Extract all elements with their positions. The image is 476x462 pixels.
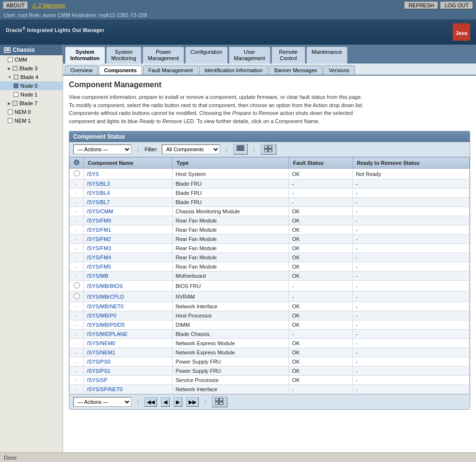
subtab-fault-management[interactable]: Fault Management [143,65,198,75]
component-name-cell[interactable]: /SYS/MIDPLANE [84,330,173,339]
component-fault-cell: - [289,198,353,207]
tab-power-management[interactable]: Power Management [143,47,184,64]
svg-text:Java: Java [456,30,468,36]
component-name-cell[interactable]: /SYS/FM3 [84,244,173,253]
component-name-link[interactable]: /SYS [87,171,99,177]
component-name-cell[interactable]: /SYS [84,169,173,179]
component-name-link[interactable]: /SYS/NEM0 [87,340,115,346]
sidebar-item-blade3[interactable]: ▶ Blade 3 [0,64,63,73]
component-name-link[interactable]: /SYS/SP [87,377,108,383]
radio-cell[interactable] [70,291,84,302]
component-name-link[interactable]: /SYS/MB/P0 [87,313,116,319]
sidebar-item-blade4[interactable]: ▼ Blade 4 [0,73,63,81]
list-view-button[interactable] [233,144,248,155]
bottom-expand-button[interactable] [212,397,227,407]
component-name-cell[interactable]: /SYS/MB/BIOS [84,281,173,291]
subtab-banner-messages[interactable]: Banner Messages [269,65,323,75]
radio-cell: - [70,339,84,348]
logout-button[interactable]: LOG OUT [440,1,473,9]
sidebar-item-blade7[interactable]: ▶ Blade 7 [0,99,63,108]
component-name-link[interactable]: /SYS/PS0 [87,359,111,365]
expand-button[interactable] [261,144,276,155]
component-name-link[interactable]: /SYS/FM4 [87,255,111,260]
component-name-cell[interactable]: /SYS/SP/NET0 [84,385,173,394]
component-radio[interactable] [74,170,80,176]
warnings-link[interactable]: ⚠ 2 Warnings [32,2,65,9]
component-name-cell[interactable]: /SYS/NEM1 [84,348,173,357]
component-name-link[interactable]: /SYS/FM1 [87,227,111,233]
sidebar-item-nem1[interactable]: NEM 1 [0,116,63,125]
component-name-cell[interactable]: /SYS/FM4 [84,253,173,262]
component-name-cell[interactable]: /SYS/PS0 [84,357,173,366]
subtab-overview[interactable]: Overview [65,65,98,75]
component-name-cell[interactable]: /SYS/MB/P0 [84,311,173,320]
component-name-cell[interactable]: /SYS/MB/CPLD [84,291,173,302]
component-name-link[interactable]: /SYS/NEM1 [87,350,115,355]
tab-maintenance[interactable]: Maintenance [306,47,348,64]
component-type-cell: Blade FRU [173,179,289,189]
radio-cell[interactable] [70,281,84,291]
component-name-cell[interactable]: /SYS/FM0 [84,216,173,225]
component-name-link[interactable]: /SYS/BL4 [87,190,110,196]
component-name-cell[interactable]: /SYS/BL4 [84,189,173,198]
component-name-cell[interactable]: /SYS/CMM [84,207,173,216]
desc-line1: View component information, prepare to i… [69,94,362,100]
subtab-versions[interactable]: Versions [323,65,354,75]
component-ready-cell: - [353,339,470,348]
component-name-link[interactable]: /SYS/MB/CPLD [87,294,124,300]
component-type-cell: Rear Fan Module [173,262,289,271]
component-type-cell: Power Supply FRU [173,357,289,366]
component-name-cell[interactable]: /SYS/FM2 [84,235,173,244]
component-name-link[interactable]: /SYS/BL3 [87,181,110,187]
subtab-components[interactable]: Components [99,65,142,75]
component-name-cell[interactable]: /SYS/MB/NET0 [84,302,173,311]
tab-configuration[interactable]: Configuration [185,47,227,64]
component-name-cell[interactable]: /SYS/PS1 [84,366,173,376]
sidebar-item-cmm[interactable]: CMM [0,55,63,64]
nav-tabs: System Information System Monitoring Pow… [63,45,476,64]
subtab-identification[interactable]: Identification Information [199,65,268,75]
sidebar-item-node1[interactable]: Node 1 [0,90,63,99]
component-radio[interactable] [74,282,80,288]
component-name-link[interactable]: /SYS/MB/P0/D5 [87,322,125,328]
tab-user-management[interactable]: User Management [229,47,270,64]
component-name-link[interactable]: /SYS/MB [87,273,109,279]
sidebar-item-node0[interactable]: Node 0 [0,81,63,90]
component-radio[interactable] [74,293,80,299]
component-name-cell[interactable]: /SYS/MB [84,271,173,281]
component-name-link[interactable]: /SYS/MB/NET0 [87,303,124,309]
sidebar-item-nem0[interactable]: NEM 0 [0,108,63,116]
filter-dropdown[interactable]: All Components [162,144,220,154]
prev-page-button[interactable]: ◀ [161,398,170,407]
actions-dropdown[interactable]: — Actions — [73,144,131,154]
component-name-link[interactable]: /SYS/FM5 [87,264,111,270]
component-name-cell[interactable]: /SYS/BL7 [84,198,173,207]
sidebar: Chassis CMM ▶ Blade 3 ▼ Blade 4 Node 0 N… [0,45,63,452]
next-page-button[interactable]: ▶ [174,398,182,407]
first-page-button[interactable]: ◀◀ [144,398,157,407]
component-name-link[interactable]: /SYS/BL7 [87,199,110,205]
radio-cell[interactable] [70,169,84,179]
component-name-cell[interactable]: /SYS/SP [84,376,173,385]
component-name-link[interactable]: /SYS/MB/BIOS [87,283,123,289]
component-name-cell[interactable]: /SYS/NEM0 [84,339,173,348]
component-name-link[interactable]: /SYS/CMM [87,208,113,214]
about-button[interactable]: ABOUT [3,1,28,9]
component-name-link[interactable]: /SYS/PS1 [87,368,111,374]
component-name-cell[interactable]: /SYS/BL3 [84,179,173,189]
tab-remote-control[interactable]: Remote Control [271,47,305,64]
component-name-link[interactable]: /SYS/FM3 [87,245,111,251]
component-name-link[interactable]: /SYS/FM0 [87,218,111,223]
blade3-label: Blade 3 [19,65,37,71]
bottom-actions-dropdown[interactable]: — Actions — [73,397,131,407]
tab-system-information[interactable]: System Information [65,47,105,64]
refresh-button[interactable]: REFRESH [404,1,439,9]
component-name-cell[interactable]: /SYS/FM1 [84,225,173,235]
component-name-cell[interactable]: /SYS/MB/P0/D5 [84,320,173,330]
component-name-cell[interactable]: /SYS/FM5 [84,262,173,271]
component-name-link[interactable]: /SYS/FM2 [87,236,111,242]
tab-system-monitoring[interactable]: System Monitoring [106,47,142,64]
component-name-link[interactable]: /SYS/MIDPLANE [87,331,127,337]
component-name-link[interactable]: /SYS/SP/NET0 [87,386,123,392]
last-page-button[interactable]: ▶▶ [186,398,199,407]
